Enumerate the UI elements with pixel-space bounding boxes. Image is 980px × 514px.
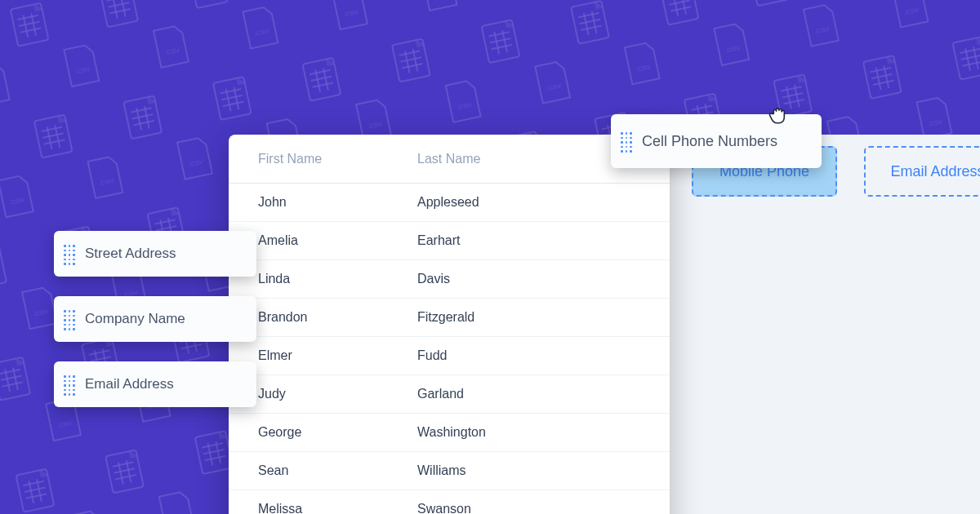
dropzone-label: Email Address bbox=[890, 163, 980, 180]
table-row: BrandonFitzgerald bbox=[229, 299, 670, 337]
table-row: ElmerFudd bbox=[229, 337, 670, 375]
drag-handle-icon[interactable] bbox=[621, 132, 632, 150]
table-row: MelissaSwanson bbox=[229, 490, 670, 514]
table-row: GeorgeWashington bbox=[229, 414, 670, 452]
field-chip-company-name[interactable]: Company Name bbox=[54, 296, 256, 342]
drag-handle-icon[interactable] bbox=[64, 375, 75, 393]
field-chip-label: Cell Phone Numbers bbox=[642, 133, 777, 150]
data-table-card: First Name Last Name JohnAppleseed Ameli… bbox=[229, 135, 670, 514]
dropzone-email-address[interactable]: Email Address bbox=[864, 146, 980, 197]
column-header-first-name: First Name bbox=[258, 152, 417, 166]
table-row: JudyGarland bbox=[229, 375, 670, 414]
field-chip-street-address[interactable]: Street Address bbox=[54, 231, 256, 277]
field-chip-cell-phone-numbers[interactable]: Cell Phone Numbers bbox=[611, 114, 822, 168]
column-header-last-name: Last Name bbox=[417, 152, 640, 166]
drag-handle-icon[interactable] bbox=[64, 245, 75, 263]
table-row: LindaDavis bbox=[229, 260, 670, 299]
field-chip-email-address[interactable]: Email Address bbox=[54, 361, 256, 407]
table-body: JohnAppleseed AmeliaEarhart LindaDavis B… bbox=[229, 184, 670, 514]
table-row: AmeliaEarhart bbox=[229, 222, 670, 260]
table-header-row: First Name Last Name bbox=[229, 135, 670, 184]
field-chip-label: Email Address bbox=[85, 376, 174, 392]
drag-handle-icon[interactable] bbox=[64, 310, 75, 328]
table-row: JohnAppleseed bbox=[229, 184, 670, 222]
table-row: SeanWilliams bbox=[229, 452, 670, 490]
grab-cursor-icon bbox=[768, 104, 789, 126]
field-chip-label: Street Address bbox=[85, 246, 176, 262]
field-chip-label: Company Name bbox=[85, 311, 185, 327]
